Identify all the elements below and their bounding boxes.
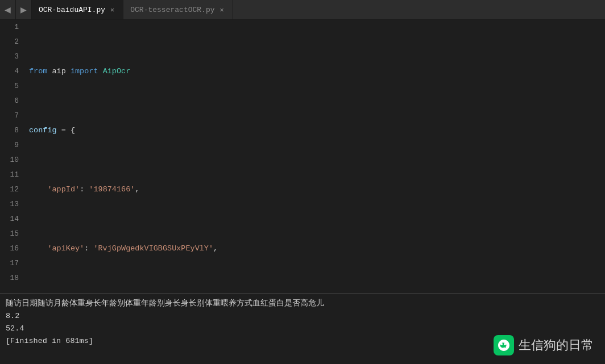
watermark: 生信狗的日常	[494, 335, 594, 355]
line-numbers: 1 2 3 4 5 6 7 8 9 10 11 12 13 14 15 16 1…	[3, 20, 24, 293]
line-num-15: 15	[9, 227, 19, 241]
watermark-label: 生信狗的日常	[519, 339, 594, 352]
output-line-2: 8.2	[6, 310, 599, 323]
output-line-1: 随访日期随访月龄体重身长年龄别体重年龄别身长身长别体重喂养方式血红蛋白是否高危儿	[6, 298, 599, 310]
code-line-3: 'appId': '19874166',	[29, 182, 605, 197]
line-num-8: 8	[9, 123, 19, 138]
editor-area: 1 2 3 4 5 6 7 8 9 10 11 12 13 14 15 16 1…	[0, 20, 605, 293]
line-num-4: 4	[9, 64, 19, 79]
code-editor[interactable]: from aip import AipOcr config = { 'appId…	[24, 20, 605, 293]
tab-label-1: OCR-baiduAPI.py	[39, 6, 105, 14]
code-line-4: 'apiKey': 'RvjGpWgedkVIGBGSUxPEyVlY',	[29, 241, 605, 256]
line-num-5: 5	[9, 79, 19, 94]
watermark-icon	[494, 335, 514, 355]
wechat-icon	[497, 338, 511, 352]
output-panel: 随访日期随访月龄体重身长年龄别体重年龄别身长身长别体重喂养方式血红蛋白是否高危儿…	[0, 293, 605, 364]
line-num-6: 6	[9, 94, 19, 108]
line-num-1: 1	[9, 20, 19, 35]
tab-ocr-baidu[interactable]: OCR-baiduAPI.py ✕	[32, 0, 123, 19]
line-num-13: 13	[9, 197, 19, 212]
line-num-2: 2	[9, 35, 19, 49]
line-num-17: 17	[9, 256, 19, 271]
line-num-10: 10	[9, 153, 19, 168]
code-line-2: config = {	[29, 123, 605, 138]
tab-ocr-tesseract[interactable]: OCR-tesseractOCR.py ✕	[123, 0, 233, 19]
tab-bar: ◀ ▶ OCR-baiduAPI.py ✕ OCR-tesseractOCR.p…	[0, 0, 605, 20]
line-num-3: 3	[9, 49, 19, 64]
tab-close-2[interactable]: ✕	[218, 5, 226, 15]
nav-forward-button[interactable]: ▶	[16, 0, 32, 19]
line-num-9: 9	[9, 138, 19, 153]
code-line-1: from aip import AipOcr	[29, 64, 605, 79]
line-num-11: 11	[9, 168, 19, 182]
line-num-18: 18	[9, 271, 19, 286]
line-num-7: 7	[9, 108, 19, 123]
tab-label-2: OCR-tesseractOCR.py	[130, 6, 214, 14]
line-num-12: 12	[9, 182, 19, 197]
line-num-14: 14	[9, 212, 19, 227]
nav-back-button[interactable]: ◀	[0, 0, 16, 19]
line-num-16: 16	[9, 241, 19, 256]
output-line-3: 52.4	[6, 323, 599, 335]
tab-close-1[interactable]: ✕	[109, 5, 116, 15]
